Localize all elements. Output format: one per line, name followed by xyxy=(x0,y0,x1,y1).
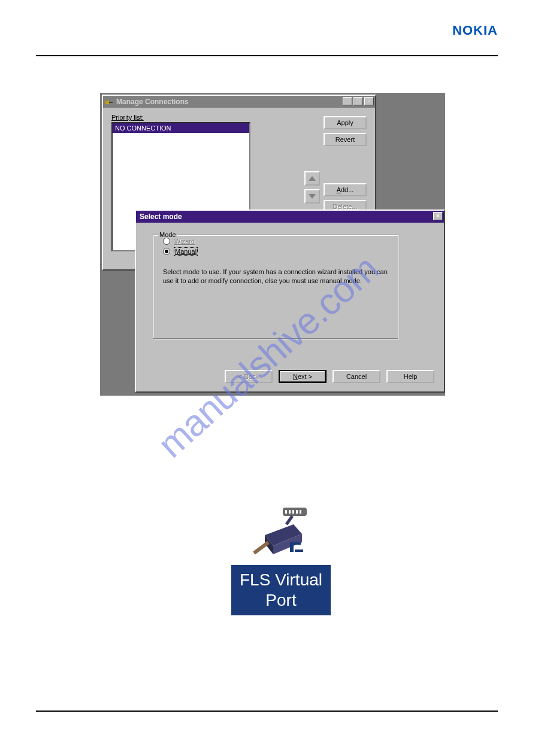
minimize-button[interactable]: _ xyxy=(343,97,352,105)
svg-rect-0 xyxy=(105,101,109,104)
cancel-button[interactable]: Cancel xyxy=(333,370,380,383)
fls-label: FLS Virtual Port xyxy=(231,565,331,615)
titlebar-buttons: _ □ × xyxy=(341,97,374,105)
manual-radio-label: Manual xyxy=(174,247,198,256)
apply-button[interactable]: Apply xyxy=(324,116,367,129)
header-rule xyxy=(36,55,498,56)
svg-rect-4 xyxy=(289,510,291,514)
manage-connections-title-text: Manage Connections xyxy=(116,98,189,106)
select-mode-titlebar: Select mode × xyxy=(136,211,444,223)
chevron-down-icon xyxy=(309,194,316,199)
nokia-logo: NOKIA xyxy=(452,23,498,38)
priority-list-item[interactable]: NO CONNECTION xyxy=(113,123,249,133)
maximize-button[interactable]: □ xyxy=(353,97,363,105)
manage-connections-titlebar: Manage Connections _ □ × xyxy=(103,96,375,108)
mode-groupbox: Mode Wizard Manual Select mode to use. I… xyxy=(153,235,398,339)
svg-rect-10 xyxy=(295,549,303,552)
fls-label-line2: Port xyxy=(240,590,322,611)
svg-rect-5 xyxy=(292,510,294,514)
add-button[interactable]: Add... xyxy=(324,183,367,196)
page-header: NOKIA xyxy=(36,23,498,47)
fls-port-icon xyxy=(248,506,314,560)
footer-rule xyxy=(36,711,498,712)
move-up-button[interactable] xyxy=(304,171,320,186)
help-button[interactable]: Help xyxy=(386,370,434,383)
fls-label-line1: FLS Virtual xyxy=(240,570,322,590)
svg-rect-9 xyxy=(290,542,301,545)
mode-legend: Mode xyxy=(158,231,177,238)
dialog-close-button[interactable]: × xyxy=(433,212,443,220)
back-button: < Back xyxy=(225,370,273,383)
select-mode-dialog: Select mode × Mode Wizard Manual Select … xyxy=(135,210,445,393)
revert-button[interactable]: Revert xyxy=(324,133,367,146)
close-button[interactable]: × xyxy=(364,97,374,105)
svg-rect-1 xyxy=(109,102,113,103)
reorder-arrows xyxy=(304,171,320,204)
plug-icon xyxy=(104,97,114,107)
mode-description: Select mode to use. If your system has a… xyxy=(163,268,388,286)
move-down-button[interactable] xyxy=(304,189,320,204)
screenshot-area: Manage Connections _ □ × Priority list: … xyxy=(100,93,445,396)
wizard-radio-label: Wizard xyxy=(174,238,195,245)
side-buttons: Apply Revert Add... Delete... xyxy=(324,116,367,213)
fls-virtual-port: FLS Virtual Port xyxy=(217,506,345,615)
dialog-buttons: < Back Next > Cancel Help xyxy=(225,370,434,383)
svg-rect-3 xyxy=(285,510,287,514)
svg-rect-7 xyxy=(300,510,301,514)
manual-radio[interactable] xyxy=(163,248,170,255)
wizard-radio xyxy=(163,238,170,245)
manual-radio-row[interactable]: Manual xyxy=(163,247,398,256)
chevron-up-icon xyxy=(309,176,316,181)
select-mode-title-text: Select mode xyxy=(140,212,182,221)
wizard-radio-row: Wizard xyxy=(163,238,398,245)
svg-rect-6 xyxy=(296,510,298,514)
next-button[interactable]: Next > xyxy=(279,370,327,383)
